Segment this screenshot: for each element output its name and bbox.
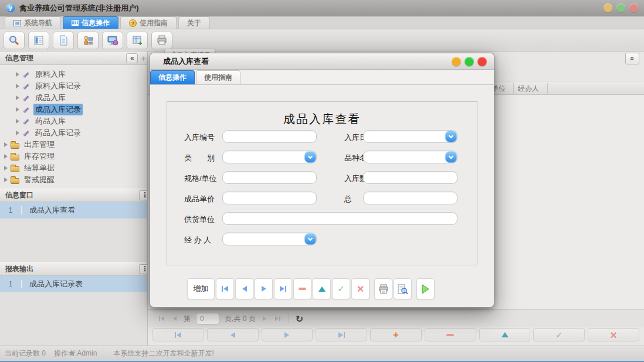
refresh-button[interactable]: ↻ (296, 313, 303, 325)
first-record-button[interactable] (152, 328, 204, 341)
expand-arrow-icon[interactable] (4, 166, 8, 170)
tab-info-ops[interactable]: 信息操作 (63, 16, 118, 29)
collapse-left-button[interactable]: « (126, 53, 138, 63)
add-button[interactable]: 增加 (187, 278, 215, 299)
handler-dropdown[interactable] (222, 233, 317, 245)
tool-icon (22, 129, 30, 137)
print-setup-button[interactable] (151, 32, 172, 49)
tree-item[interactable]: 药品入库记录 (0, 127, 147, 139)
dialog-maximize-button[interactable] (465, 57, 474, 66)
close-button[interactable] (629, 4, 638, 12)
dropdown-button[interactable] (304, 233, 316, 245)
expand-arrow-icon[interactable] (4, 142, 8, 147)
confirm-button[interactable]: ✓ (533, 328, 585, 341)
chevron-up-icon: « (629, 57, 635, 61)
entry-date-dropdown[interactable] (363, 130, 457, 143)
first-page-button[interactable] (157, 315, 166, 323)
category-dropdown[interactable] (222, 151, 317, 163)
expand-arrow-icon[interactable] (16, 84, 19, 88)
print-preview-button[interactable] (394, 278, 412, 299)
expand-arrow-icon[interactable] (4, 177, 8, 182)
variety-dropdown[interactable] (363, 151, 457, 163)
expand-arrow-icon[interactable] (4, 154, 8, 159)
section-button[interactable]: ⋮ (139, 264, 148, 274)
total-input[interactable] (363, 192, 457, 204)
dialog-close-button[interactable] (477, 57, 487, 66)
list-item[interactable]: 1 成品入库查看 (0, 202, 147, 218)
section-title: 信息管理 (5, 53, 123, 63)
folder-icon (11, 143, 19, 149)
expand-arrow-icon[interactable] (16, 72, 19, 77)
last-icon (280, 286, 284, 292)
prev-page-button[interactable] (171, 315, 178, 323)
tab-system-nav[interactable]: 系统导航 (5, 16, 61, 29)
tree-folder[interactable]: 出库管理 (0, 139, 147, 151)
confirm-button[interactable]: ✓ (332, 278, 350, 299)
tab-user-guide[interactable]: ? 使用指南 (120, 16, 177, 29)
category-input[interactable] (222, 151, 317, 163)
form-view-button[interactable] (28, 32, 49, 49)
tree-folder[interactable]: 库存管理 (0, 151, 147, 162)
quantity-input[interactable] (363, 171, 457, 184)
spec-unit-label: 规格/单位 (184, 173, 217, 184)
prev-record-button[interactable] (235, 278, 253, 299)
first-icon (177, 332, 181, 338)
monitor-button[interactable] (102, 32, 123, 49)
handler-input[interactable] (222, 233, 317, 245)
entry-date-input[interactable] (363, 130, 457, 143)
dropdown-button[interactable] (445, 131, 457, 142)
dialog-tab-info-ops[interactable]: 信息操作 (150, 70, 195, 84)
plus-icon[interactable]: + (141, 53, 146, 63)
expand-arrow-icon[interactable] (16, 119, 19, 124)
expand-arrow-icon[interactable] (16, 107, 19, 112)
tree-item[interactable]: 原料入库记录 (0, 80, 147, 92)
next-page-button[interactable] (261, 315, 268, 323)
unit-price-input[interactable] (222, 192, 317, 204)
tree-folder[interactable]: 警戒提醒 (0, 174, 147, 186)
print-button[interactable] (374, 278, 392, 299)
chevron-down-icon (449, 153, 453, 158)
tree-item[interactable]: 原料入库 (0, 69, 147, 80)
dialog-tab-guide[interactable]: 使用指南 (196, 70, 240, 84)
expand-arrow-icon[interactable] (16, 95, 19, 100)
entry-no-input[interactable] (222, 130, 317, 143)
maximize-button[interactable] (616, 4, 625, 12)
dialog-minimize-button[interactable] (452, 57, 461, 66)
collapse-up-button[interactable]: « (625, 53, 639, 64)
next-record-button[interactable] (262, 328, 313, 341)
tree-item[interactable]: 药品入库 (0, 115, 147, 127)
table-add-button[interactable] (127, 32, 148, 49)
cancel-button[interactable]: × (351, 278, 370, 299)
first-record-button[interactable] (216, 278, 234, 299)
add-record-button[interactable]: + (370, 328, 422, 341)
list-item[interactable]: 1 成品入库记录表 (0, 276, 147, 292)
page-number-input[interactable]: 0 (196, 313, 219, 325)
section-button[interactable]: ⋮ (139, 190, 148, 200)
delete-record-button[interactable] (293, 278, 311, 299)
supplier-input[interactable] (222, 212, 457, 225)
next-record-button[interactable] (255, 278, 273, 299)
edit-record-button[interactable] (479, 328, 531, 341)
operator-button[interactable] (77, 32, 99, 49)
dropdown-button[interactable] (445, 151, 457, 163)
cancel-button[interactable]: × (588, 328, 639, 341)
edit-icon (501, 332, 509, 337)
last-page-button[interactable] (273, 315, 282, 323)
tree-item[interactable]: 成品入库 (0, 92, 147, 104)
last-record-button[interactable] (316, 328, 367, 341)
last-record-button[interactable] (274, 278, 292, 299)
minimize-button[interactable] (604, 4, 612, 12)
spec-unit-input[interactable] (222, 171, 317, 184)
delete-record-button[interactable] (425, 328, 476, 341)
expand-arrow-icon[interactable] (16, 131, 19, 135)
document-button[interactable] (53, 32, 74, 49)
tab-about[interactable]: 关于 (178, 16, 210, 29)
tree-folder[interactable]: 结算单据 (0, 162, 147, 174)
tree-item-selected[interactable]: 成品入库记录 (0, 104, 147, 115)
prev-record-button[interactable] (207, 328, 259, 341)
run-button[interactable] (416, 278, 435, 299)
variety-input[interactable] (363, 151, 457, 163)
edit-record-button[interactable] (313, 278, 331, 299)
search-button[interactable] (4, 32, 25, 49)
dropdown-button[interactable] (304, 151, 316, 163)
